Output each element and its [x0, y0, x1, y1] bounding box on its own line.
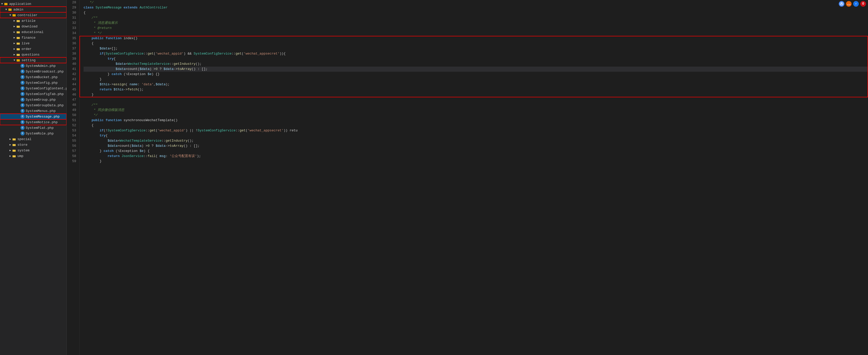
folder-arrow: [8, 143, 12, 147]
sidebar-item-SystemConfigContent.php[interactable]: CSystemConfigContent.php: [0, 86, 66, 91]
file-arrow-spacer: [17, 81, 21, 85]
line-number: 31: [69, 15, 76, 21]
line-number: 48: [69, 102, 76, 107]
line-number: 42: [69, 72, 76, 77]
code-line: /**: [84, 15, 868, 21]
code-editor[interactable]: 2829303132333435363738394041424344454647…: [67, 0, 868, 355]
svg-rect-22: [17, 48, 18, 49]
sidebar-item-system[interactable]: system: [0, 148, 66, 153]
tree-item-label: SystemPlat.php: [26, 126, 54, 130]
sidebar-item-download[interactable]: download: [0, 24, 66, 29]
folder-icon: [17, 36, 21, 39]
file-type-badge: C: [21, 81, 25, 85]
svg-rect-24: [17, 54, 18, 54]
sidebar-item-article[interactable]: article: [0, 18, 66, 24]
file-arrow-spacer: [17, 64, 21, 68]
file-tree-sidebar: applicationadmincontrollerarticledownloa…: [0, 0, 67, 355]
line-number: 49: [69, 107, 76, 113]
line-number: 53: [69, 128, 76, 133]
sidebar-item-order[interactable]: order: [0, 46, 66, 52]
sidebar-item-special[interactable]: special: [0, 136, 66, 142]
sidebar-item-SystemBroadcast.php[interactable]: CSystemBroadcast.php: [0, 69, 66, 74]
sidebar-item-SystemGroup.php[interactable]: CSystemGroup.php: [0, 97, 66, 102]
tree-item-label: store: [18, 143, 27, 147]
sidebar-item-live[interactable]: live: [0, 40, 66, 46]
svg-rect-18: [17, 37, 18, 37]
tree-item-label: special: [18, 137, 32, 141]
sidebar-item-SystemRole.php[interactable]: CSystemRole.php: [0, 131, 66, 136]
sidebar-item-ump[interactable]: ump: [0, 153, 66, 159]
code-lines[interactable]: */class SystemMessage extends AuthContro…: [80, 0, 868, 355]
file-type-badge: C: [21, 120, 25, 124]
folder-arrow: [12, 19, 17, 23]
sidebar-item-application[interactable]: application: [0, 1, 66, 7]
code-line: public function index(): [84, 36, 868, 41]
svg-rect-16: [17, 31, 18, 32]
sidebar-item-SystemConfig.php[interactable]: CSystemConfig.php: [0, 80, 66, 86]
file-arrow-spacer: [17, 115, 21, 119]
code-container: 2829303132333435363738394041424344454647…: [67, 0, 868, 355]
code-line: $data=[];: [84, 46, 868, 51]
line-numbers: 2829303132333435363738394041424344454647…: [67, 0, 80, 355]
svg-rect-26: [17, 59, 18, 60]
code-line: }: [84, 77, 868, 82]
line-number: 46: [69, 92, 76, 97]
folder-icon: [17, 25, 21, 28]
svg-rect-28: [12, 138, 13, 139]
sidebar-item-questions[interactable]: questions: [0, 52, 66, 57]
code-line: } catch (\Exception $e) {: [84, 149, 868, 154]
sidebar-item-SystemConfigTab.php[interactable]: CSystemConfigTab.php: [0, 91, 66, 97]
sidebar-item-controller[interactable]: controller: [0, 12, 66, 18]
sidebar-item-setting[interactable]: setting: [0, 57, 66, 63]
tree-item-label: SystemConfigContent.php: [26, 87, 67, 90]
line-number: 36: [69, 41, 76, 46]
folder-arrow: [8, 148, 12, 152]
file-type-badge: C: [21, 126, 25, 130]
line-number: 54: [69, 133, 76, 138]
opera-icon[interactable]: O: [860, 1, 866, 7]
line-number: 52: [69, 123, 76, 128]
folder-arrow: [12, 58, 17, 62]
tree-item-label: SystemAdmin.php: [26, 64, 56, 68]
sidebar-item-SystemAdmin.php[interactable]: CSystemAdmin.php: [0, 63, 66, 69]
sidebar-item-SystemMenus.php[interactable]: CSystemMenus.php: [0, 108, 66, 114]
folder-arrow: [12, 36, 17, 40]
folder-icon: [4, 2, 8, 6]
line-number: 47: [69, 97, 76, 102]
file-arrow-spacer: [17, 98, 21, 102]
tree-item-label: controller: [18, 13, 37, 17]
sidebar-item-SystemMessage.php[interactable]: CSystemMessage.php: [0, 114, 66, 119]
sidebar-item-SystemPlat.php[interactable]: CSystemPlat.php: [0, 125, 66, 131]
code-line: {: [84, 10, 868, 15]
sidebar-item-educational[interactable]: educational: [0, 29, 66, 35]
line-number: 40: [69, 62, 76, 67]
sidebar-item-admin[interactable]: admin: [0, 7, 66, 12]
code-line: }: [84, 92, 868, 97]
code-line: if(!SystemConfigService::get('wechat_app…: [84, 128, 868, 133]
tree-item-label: SystemMessage.php: [26, 115, 60, 119]
line-number: 33: [69, 26, 76, 31]
sidebar-item-SystemGroupData.php[interactable]: CSystemGroupData.php: [0, 102, 66, 108]
firefox-icon[interactable]: 🦊: [846, 1, 851, 7]
chrome-icon[interactable]: [839, 1, 844, 7]
sidebar-item-finance[interactable]: finance: [0, 35, 66, 40]
tree-item-label: SystemBroadcast.php: [26, 70, 64, 73]
tree-item-label: system: [18, 149, 29, 152]
tree-item-label: SystemNotice.php: [26, 120, 58, 124]
folder-arrow: [8, 137, 12, 141]
tree-item-label: order: [22, 47, 32, 51]
file-arrow-spacer: [17, 103, 21, 107]
folder-icon: [17, 30, 21, 34]
code-line: [84, 97, 868, 102]
sidebar-item-SystemBucket.php[interactable]: CSystemBucket.php: [0, 74, 66, 80]
sidebar-item-store[interactable]: store: [0, 142, 66, 148]
line-number: 57: [69, 149, 76, 154]
svg-rect-6: [4, 3, 6, 4]
lightning-icon[interactable]: ⚡: [853, 1, 859, 7]
code-line: {: [84, 123, 868, 128]
tree-item-label: SystemGroupData.php: [26, 103, 64, 107]
sidebar-item-SystemNotice.php[interactable]: CSystemNotice.php: [0, 119, 66, 125]
file-type-badge: C: [21, 75, 25, 79]
line-number: 51: [69, 118, 76, 123]
tree-item-label: live: [22, 41, 29, 45]
